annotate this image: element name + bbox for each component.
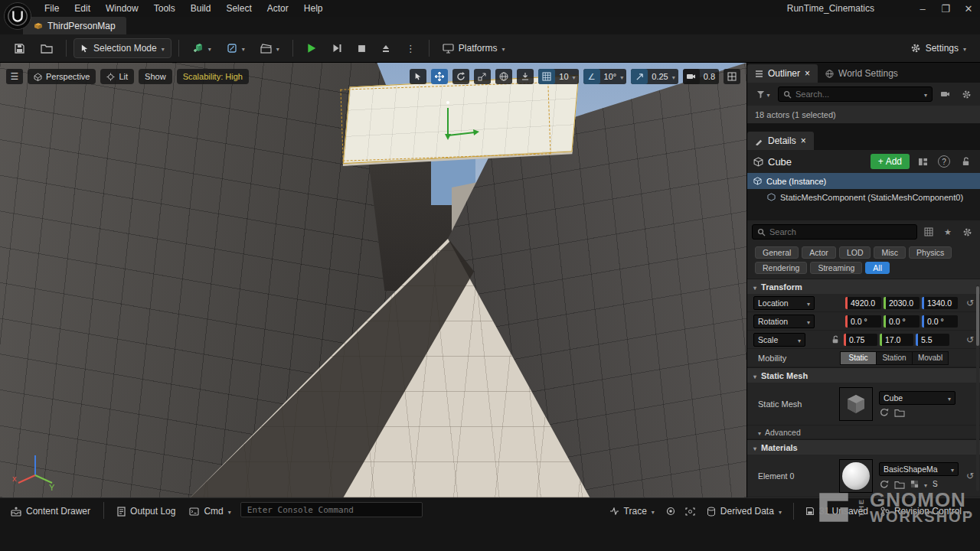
scale-y-field[interactable]: 17.0: [880, 334, 913, 346]
outliner-camera-button[interactable]: [936, 86, 954, 102]
rotation-snap-toggle[interactable]: [583, 69, 600, 84]
surface-snap-button[interactable]: [517, 69, 534, 84]
world-space-toggle[interactable]: [495, 69, 512, 84]
transform-section-header[interactable]: Transform: [747, 279, 980, 294]
derived-data-dropdown[interactable]: Derived Data: [702, 502, 786, 520]
rotation-y-field[interactable]: 0.0 °: [884, 315, 920, 328]
favorites-button[interactable]: [940, 224, 956, 240]
show-dropdown[interactable]: Show: [139, 69, 172, 84]
camera-speed-button[interactable]: [683, 69, 700, 84]
content-drawer-button[interactable]: Content Drawer: [6, 502, 95, 520]
menu-edit[interactable]: Edit: [67, 0, 98, 17]
mode-select-dropdown[interactable]: Selection Mode: [74, 38, 172, 58]
cmd-dropdown[interactable]: Cmd: [185, 502, 235, 520]
reset-scale-icon[interactable]: [966, 334, 974, 345]
panel-divider[interactable]: [747, 124, 980, 130]
details-search-input[interactable]: [769, 227, 912, 236]
save-button[interactable]: [8, 38, 31, 58]
console-command-input[interactable]: [240, 502, 423, 517]
filter-misc[interactable]: Misc: [874, 246, 906, 259]
filter-rendering[interactable]: Rendering: [755, 262, 807, 274]
static-mesh-asset-dropdown[interactable]: Cube: [879, 391, 956, 405]
filter-streaming[interactable]: Streaming: [810, 262, 862, 274]
grid-snap-toggle[interactable]: [538, 69, 555, 84]
restore-button[interactable]: ❐: [934, 0, 957, 17]
filter-all[interactable]: All: [865, 262, 890, 274]
perspective-dropdown[interactable]: Perspective: [28, 69, 96, 84]
tab-outliner[interactable]: Outliner ×: [747, 64, 818, 83]
rotation-dropdown[interactable]: Rotation: [753, 315, 815, 328]
material-thumbnail[interactable]: [839, 459, 873, 493]
details-search-box[interactable]: [752, 224, 917, 240]
menu-build[interactable]: Build: [183, 0, 219, 17]
close-icon[interactable]: ×: [801, 135, 806, 146]
revision-control-dropdown[interactable]: Revision Control: [876, 502, 974, 520]
scale-z-field[interactable]: 5.5: [916, 334, 949, 346]
move-tool-button[interactable]: [431, 69, 448, 84]
viewport-3d[interactable]: x Y Perspective Lit Show Scalability: Hi…: [0, 63, 746, 497]
tab-world-settings[interactable]: World Settings: [818, 64, 906, 83]
lit-dropdown[interactable]: Lit: [100, 69, 134, 84]
chevron-down-icon[interactable]: [924, 89, 927, 99]
translate-gizmo[interactable]: [429, 105, 484, 151]
reset-location-icon[interactable]: [966, 298, 974, 308]
static-mesh-thumbnail[interactable]: [839, 387, 873, 421]
material-slot-button[interactable]: S: [933, 480, 938, 488]
scale-x-field[interactable]: 0.75: [844, 334, 877, 346]
grid-snap-value[interactable]: 10: [555, 72, 572, 81]
select-tool-button[interactable]: [410, 69, 426, 84]
edit-blueprint-button[interactable]: [914, 154, 931, 169]
chevron-down-icon[interactable]: [620, 71, 623, 82]
tree-row-child[interactable]: StaticMeshComponent (StaticMeshComponent…: [747, 189, 980, 205]
close-button[interactable]: ✕: [957, 0, 980, 17]
mobility-static-button[interactable]: Static: [840, 351, 877, 365]
location-y-field[interactable]: 2030.0: [884, 297, 920, 309]
use-selected-icon[interactable]: [879, 408, 889, 417]
chevron-down-icon[interactable]: [924, 479, 927, 490]
scale-snap-value[interactable]: 0.25: [648, 72, 671, 81]
add-component-button[interactable]: + Add: [871, 154, 910, 169]
lock-button[interactable]: [957, 154, 974, 169]
chevron-down-icon[interactable]: [573, 71, 576, 82]
mobility-movable-button[interactable]: Movabl: [912, 351, 949, 365]
menu-select[interactable]: Select: [218, 0, 259, 17]
browse-to-asset-icon[interactable]: [894, 480, 905, 489]
filter-actor[interactable]: Actor: [802, 246, 836, 259]
tab-thirdpersonmap[interactable]: ThirdPersonMap: [23, 17, 126, 34]
settings-dropdown[interactable]: Settings: [904, 38, 972, 58]
menu-help[interactable]: Help: [296, 0, 331, 17]
frame-skip-button[interactable]: [326, 38, 348, 58]
location-dropdown[interactable]: Location: [753, 296, 815, 310]
tree-row-root[interactable]: Cube (Instance): [747, 173, 980, 189]
outliner-search-input[interactable]: [795, 90, 920, 99]
rotate-tool-button[interactable]: [452, 69, 469, 84]
scale-tool-button[interactable]: [474, 69, 491, 84]
browse-to-asset-icon[interactable]: [894, 408, 905, 417]
play-button[interactable]: [300, 38, 323, 58]
use-selected-icon[interactable]: [879, 480, 889, 489]
outliner-settings-button[interactable]: [957, 86, 975, 102]
viewport-layout-button[interactable]: [724, 69, 740, 84]
scale-dropdown[interactable]: Scale: [753, 333, 805, 347]
platforms-dropdown[interactable]: Platforms: [436, 38, 511, 58]
scale-snap-toggle[interactable]: [631, 69, 648, 84]
blueprints-dropdown[interactable]: [220, 38, 251, 58]
output-log-button[interactable]: Output Log: [113, 502, 180, 520]
viewport-menu-button[interactable]: [6, 69, 23, 84]
filter-general[interactable]: General: [755, 246, 799, 259]
browse-content-button[interactable]: [34, 38, 59, 58]
menu-file[interactable]: File: [37, 0, 67, 17]
details-scrollbar-thumb[interactable]: [976, 286, 979, 346]
scalability-badge[interactable]: Scalability: High: [177, 69, 249, 84]
reset-material-icon[interactable]: [966, 471, 974, 481]
menu-actor[interactable]: Actor: [260, 0, 296, 17]
rotation-x-field[interactable]: 0.0 °: [845, 315, 881, 328]
tab-details[interactable]: Details ×: [747, 132, 814, 150]
rotation-snap-value[interactable]: 10°: [600, 72, 621, 81]
filter-physics[interactable]: Physics: [909, 246, 952, 259]
chevron-down-icon[interactable]: [672, 71, 675, 82]
menu-window[interactable]: Window: [98, 0, 146, 17]
minimize-button[interactable]: –: [911, 0, 934, 17]
screenshot-button[interactable]: [682, 503, 699, 520]
insights-button[interactable]: [662, 503, 679, 520]
